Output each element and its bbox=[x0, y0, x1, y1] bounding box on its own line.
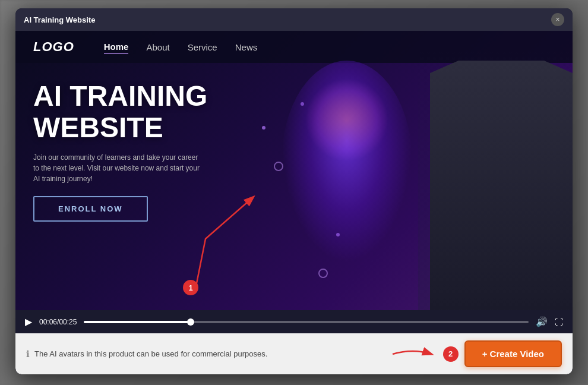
preview-logo: LOGO bbox=[33, 39, 74, 55]
badge-2: 2 bbox=[443, 346, 459, 362]
close-button[interactable]: × bbox=[551, 13, 564, 26]
video-controls-bar: ▶ 00:06/00:25 🔊 ⛶ bbox=[15, 310, 573, 333]
hero-section: AI TRAINING WEBSITE Join our community o… bbox=[15, 63, 573, 222]
video-player: LOGO Home About Service News AI TRAINING… bbox=[15, 31, 573, 310]
progress-bar[interactable] bbox=[84, 321, 529, 323]
nav-item-news[interactable]: News bbox=[235, 41, 258, 53]
progress-fill bbox=[84, 321, 191, 323]
volume-button[interactable]: 🔊 bbox=[536, 316, 548, 327]
arrow-2 bbox=[390, 345, 437, 363]
info-section: ℹ The AI avatars in this product can be … bbox=[26, 349, 267, 359]
hero-title: AI TRAINING WEBSITE bbox=[33, 81, 271, 144]
play-button[interactable]: ▶ bbox=[25, 316, 32, 327]
bottom-bar: ℹ The AI avatars in this product can be … bbox=[15, 333, 573, 374]
nav-item-about[interactable]: About bbox=[146, 41, 169, 53]
create-video-section: 2 + Create Video bbox=[390, 340, 562, 367]
nav-item-service[interactable]: Service bbox=[188, 41, 217, 53]
svg-text:1: 1 bbox=[188, 283, 192, 292]
modal-title: AI Training Website bbox=[24, 15, 95, 24]
nav-item-home[interactable]: Home bbox=[104, 40, 129, 54]
time-display: 00:06/00:25 bbox=[39, 318, 77, 326]
website-preview: LOGO Home About Service News AI TRAINING… bbox=[15, 31, 573, 310]
particle-ring bbox=[318, 269, 328, 278]
info-icon: ℹ bbox=[26, 349, 30, 359]
modal-titlebar: AI Training Website × bbox=[15, 8, 573, 31]
fullscreen-button[interactable]: ⛶ bbox=[555, 317, 563, 327]
progress-handle[interactable] bbox=[187, 318, 194, 326]
modal-container: AI Training Website × LOGO Home About Se… bbox=[15, 8, 573, 374]
hero-subtitle: Join our community of learners and take … bbox=[33, 152, 200, 184]
enroll-button[interactable]: ENROLL NOW bbox=[33, 196, 148, 222]
info-text: The AI avatars in this product can be us… bbox=[34, 349, 267, 358]
svg-point-1 bbox=[183, 280, 198, 295]
create-video-button[interactable]: + Create Video bbox=[464, 340, 562, 367]
